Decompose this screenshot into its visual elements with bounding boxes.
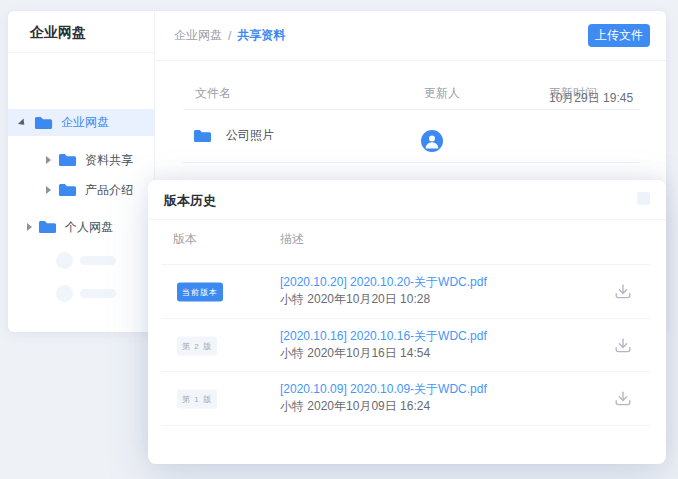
- table-divider: [183, 109, 640, 110]
- tree-item-enterprise-drive[interactable]: 企业网盘: [8, 109, 155, 136]
- table-divider: [183, 162, 640, 163]
- download-icon[interactable]: [614, 337, 632, 355]
- tree-item-product-intro[interactable]: 产品介绍: [8, 179, 155, 201]
- app-title: 企业网盘: [8, 11, 154, 53]
- close-icon[interactable]: [637, 192, 650, 205]
- breadcrumb: 企业网盘 / 共享资料: [174, 27, 285, 44]
- modal-title: 版本历史: [164, 192, 216, 210]
- caret-collapsed-icon[interactable]: [27, 223, 32, 231]
- skeleton-avatar: [56, 285, 73, 302]
- file-name[interactable]: 公司照片: [226, 127, 274, 144]
- file-row-folder[interactable]: 公司照片: [193, 127, 274, 144]
- tree-item-label: 企业网盘: [61, 114, 109, 131]
- folder-icon: [193, 128, 212, 144]
- file-updated-at: 10月29日 19:45: [549, 90, 633, 107]
- column-header-version: 版本: [173, 231, 197, 248]
- version-row: 当前版本 [2020.10.20] 2020.10.20-关于WDC.pdf 小…: [148, 265, 666, 318]
- upload-file-button[interactable]: 上传文件: [588, 24, 650, 47]
- download-icon[interactable]: [614, 283, 632, 301]
- breadcrumb-separator: /: [228, 29, 231, 43]
- updater-avatar-icon: [421, 130, 443, 152]
- column-header-description: 描述: [280, 231, 304, 248]
- main-header: 企业网盘 / 共享资料 上传文件: [155, 11, 666, 61]
- version-badge: 第 2 版: [177, 336, 217, 355]
- breadcrumb-parent[interactable]: 企业网盘: [174, 27, 222, 44]
- tree-item-label: 产品介绍: [85, 182, 133, 199]
- version-row: 第 1 版 [2020.10.09] 2020.10.09-关于WDC.pdf …: [148, 372, 666, 425]
- tree-item-label: 资料共享: [85, 152, 133, 169]
- version-meta: 小特 2020年10月20日 10:28: [280, 291, 430, 308]
- skeleton-avatar: [56, 252, 73, 269]
- version-meta: 小特 2020年10月16日 14:54: [280, 345, 430, 362]
- caret-expanded-icon[interactable]: [18, 118, 27, 127]
- version-badge: 第 1 版: [177, 389, 217, 408]
- row-divider: [162, 425, 650, 426]
- folder-icon: [58, 152, 77, 168]
- folder-icon: [38, 219, 57, 235]
- caret-collapsed-icon[interactable]: [46, 156, 51, 164]
- version-file-link[interactable]: [2020.10.09] 2020.10.09-关于WDC.pdf: [280, 381, 487, 398]
- version-history-modal: 版本历史 版本 描述 当前版本 [2020.10.20] 2020.10.20-…: [148, 180, 666, 464]
- skeleton-bar: [80, 256, 116, 265]
- version-badge-current: 当前版本: [177, 282, 223, 301]
- version-row: 第 2 版 [2020.10.16] 2020.10.16-关于WDC.pdf …: [148, 319, 666, 372]
- column-header-filename: 文件名: [195, 85, 231, 102]
- sidebar: 企业网盘 企业网盘 资料共享 产品介绍 个人网盘: [8, 11, 155, 332]
- tree-item-label: 个人网盘: [65, 219, 113, 236]
- modal-header: 版本历史: [148, 180, 666, 220]
- version-meta: 小特 2020年10月09日 16:24: [280, 398, 430, 415]
- breadcrumb-current: 共享资料: [237, 27, 285, 44]
- version-file-link[interactable]: [2020.10.20] 2020.10.20-关于WDC.pdf: [280, 274, 487, 291]
- column-header-updater: 更新人: [424, 85, 460, 102]
- skeleton-bar: [80, 289, 116, 298]
- folder-icon: [34, 115, 53, 131]
- tree-item-shared-files[interactable]: 资料共享: [8, 149, 155, 171]
- folder-icon: [58, 182, 77, 198]
- caret-collapsed-icon[interactable]: [46, 186, 51, 194]
- download-icon[interactable]: [614, 390, 632, 408]
- version-file-link[interactable]: [2020.10.16] 2020.10.16-关于WDC.pdf: [280, 328, 487, 345]
- tree-item-personal-drive[interactable]: 个人网盘: [8, 216, 155, 238]
